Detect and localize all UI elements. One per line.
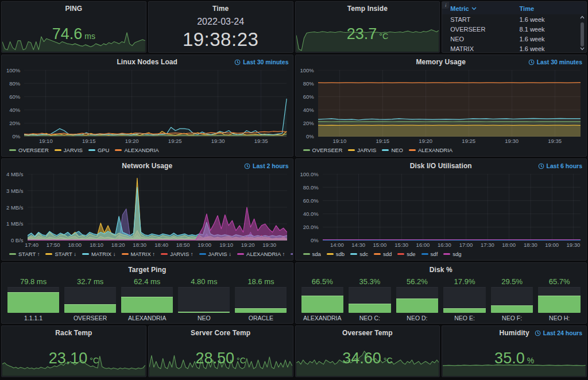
panel-memory-header: Memory Usage Last 30 minutes — [296, 55, 587, 69]
scroll-up-icon[interactable] — [580, 15, 585, 19]
gauge-bar[interactable] — [7, 287, 59, 313]
time-range-button[interactable]: Last 30 minutes — [234, 59, 288, 65]
legend-label: JARVIS ↑ — [170, 251, 193, 257]
gauge-bar[interactable] — [121, 287, 173, 313]
legend-swatch — [443, 253, 450, 255]
panel-title[interactable]: Linux Nodes Load — [117, 58, 177, 66]
legend-swatch — [9, 253, 16, 255]
gauge-label: ORACLE — [249, 313, 273, 321]
x-axis-tick: 18:40 — [154, 242, 168, 248]
panel-overseer-temp-header: Overseer Temp — [296, 326, 440, 340]
legend-item[interactable]: ALEXANDRIA — [409, 147, 452, 153]
table-header-time[interactable]: Time — [520, 5, 576, 12]
panel-title[interactable]: Disk % — [430, 266, 452, 274]
panel-title[interactable]: PING — [65, 5, 83, 13]
gauge-bar[interactable] — [64, 287, 116, 313]
chart-canvas[interactable] — [323, 174, 581, 241]
legend-swatch — [327, 253, 334, 255]
chart-canvas[interactable] — [24, 70, 287, 137]
legend-item[interactable]: sde — [397, 251, 415, 257]
gauge-bar[interactable] — [349, 287, 391, 313]
legend-item[interactable]: JARVIS — [55, 147, 83, 153]
legend-item[interactable]: ALEXANDRIA — [115, 147, 158, 153]
panel-disk-io-header: Disk I/O Utilisation Last 6 hours — [296, 159, 587, 173]
legend-item[interactable]: NEO — [382, 147, 403, 153]
panel-title[interactable]: Server Core Temp — [191, 329, 250, 337]
gauge-label: 1.1.1.1 — [24, 313, 42, 321]
gauge-bar[interactable] — [178, 287, 230, 313]
legend-item[interactable]: sdc — [350, 251, 368, 257]
panel-title[interactable]: Target Ping — [128, 266, 166, 274]
time-range-label: Last 2 hours — [253, 162, 288, 169]
table-row[interactable]: OVERSEER8.1 week — [442, 24, 586, 34]
gauge-label: ALEXANDRIA — [128, 313, 167, 321]
legend-item[interactable]: ALEXANDRIA ↑ — [237, 251, 285, 257]
bar-gauge-neo-e-: 17.9%NEO E: — [443, 277, 486, 321]
gauge-bar[interactable] — [301, 287, 344, 313]
bar-gauge-neo-h-: 65.7%NEO H: — [538, 277, 581, 321]
gauge-bar[interactable] — [538, 287, 581, 313]
legend-item[interactable]: MATRIX ↑ — [122, 251, 156, 257]
panel-title[interactable]: Humidity — [500, 329, 529, 337]
bar-gauge-overseer: 32.7 msOVERSEER — [64, 277, 116, 321]
table-row[interactable]: MATRIX1.6 week — [442, 44, 586, 53]
panel-title[interactable]: Network Usage — [122, 162, 172, 170]
gauge-bar[interactable] — [491, 287, 533, 313]
chart-canvas[interactable] — [318, 70, 581, 137]
y-axis: 100%80%60%40%20%0% — [6, 67, 24, 139]
panel-info-icon[interactable]: i — [442, 2, 449, 9]
panel-title[interactable]: Disk I/O Utilisation — [410, 162, 472, 170]
panel-network-usage: Network Usage Last 2 hours 4 MB/s3 MB/s2… — [1, 158, 293, 261]
legend-item[interactable]: OVERSEER — [303, 147, 343, 153]
legend-item[interactable]: START ↓ — [45, 251, 76, 257]
gauge-fill — [301, 296, 344, 313]
x-axis: 19:1019:1519:2019:2519:3019:35 — [318, 137, 581, 145]
table-row[interactable]: START1.6 week — [442, 14, 586, 24]
chart-canvas[interactable] — [28, 174, 287, 241]
gauge-value: 35.3% — [359, 277, 380, 287]
x-axis-tick: 19:30 — [211, 138, 225, 144]
legend-item[interactable]: ALEXANDRIA ↓ — [291, 251, 292, 257]
legend-item[interactable]: START ↑ — [9, 251, 40, 257]
legend-item[interactable]: sdg — [443, 251, 461, 257]
panel-disk-percent-header: Disk % — [296, 263, 587, 277]
legend-item[interactable]: sdb — [327, 251, 345, 257]
time-range-button[interactable]: Last 30 minutes — [528, 59, 582, 65]
table-row[interactable]: NEO1.6 week — [442, 34, 586, 44]
panel-title[interactable]: Temp Inside — [347, 5, 388, 13]
panel-title[interactable]: Time — [212, 5, 229, 13]
legend-swatch — [82, 253, 89, 255]
table-header-metric[interactable]: Metric — [450, 5, 519, 12]
panel-title[interactable]: Rack Temp — [55, 329, 92, 337]
legend-item[interactable]: OVERSEER — [9, 147, 49, 153]
legend-item[interactable]: JARVIS ↑ — [161, 251, 193, 257]
x-axis-tick: 18:20 — [111, 242, 125, 248]
scrollbar-thumb[interactable] — [581, 22, 584, 46]
gauge-fill — [178, 312, 230, 313]
time-range-button[interactable]: Last 24 hours — [535, 329, 582, 336]
legend-item[interactable]: sdd — [374, 251, 392, 257]
table-scrollbar[interactable] — [579, 15, 585, 51]
plot-region — [323, 174, 581, 241]
sort-chevron-down-icon — [471, 7, 477, 10]
gauge-label: NEO D: — [407, 313, 427, 321]
panel-title[interactable]: Overseer Temp — [342, 329, 393, 337]
legend-item[interactable]: MATRIX ↓ — [82, 251, 116, 257]
gauge-bar[interactable] — [443, 287, 486, 313]
legend-swatch — [9, 149, 16, 151]
gauge-bar[interactable] — [396, 287, 439, 313]
series-line — [24, 99, 287, 135]
legend-item[interactable]: sdf — [421, 251, 438, 257]
gauge-bar[interactable] — [235, 287, 287, 313]
legend-item[interactable]: sda — [303, 251, 321, 257]
time-range-button[interactable]: Last 2 hours — [244, 162, 288, 169]
panel-title[interactable]: Memory Usage — [416, 58, 466, 66]
time-range-button[interactable]: Last 6 hours — [538, 162, 582, 169]
legend-item[interactable]: JARVIS ↓ — [199, 251, 231, 257]
x-axis-tick: 16:00 — [416, 242, 430, 248]
legend-item[interactable]: JARVIS — [348, 147, 376, 153]
x-axis-tick: 18:00 — [502, 242, 516, 248]
legend-item[interactable]: GPU — [88, 147, 110, 153]
scroll-down-icon[interactable] — [580, 47, 585, 51]
y-axis-tick: 60% — [303, 94, 314, 100]
